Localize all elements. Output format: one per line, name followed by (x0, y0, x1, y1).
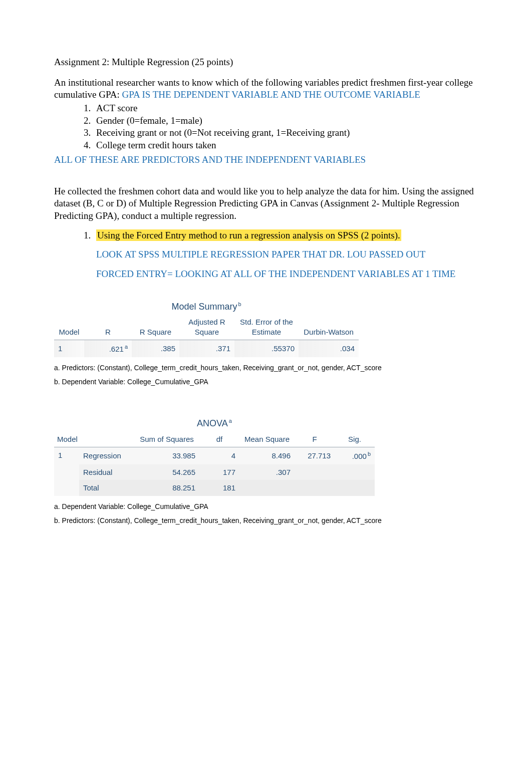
col-header: Adjusted R Square (179, 316, 234, 340)
cell-dw: .034 (299, 340, 359, 357)
step-note: LOOK AT SPSS MULTIPLE REGRESSION PAPER T… (96, 248, 478, 261)
list-item: Gender (0=female, 1=male) (93, 115, 478, 127)
cell-df: 4 (199, 447, 239, 464)
cell-df: 181 (199, 480, 239, 496)
cell-label: Total (79, 480, 134, 496)
cell-label: Residual (79, 464, 134, 480)
model-summary-block: Model Summaryb Model R R Square Adjusted… (54, 301, 478, 388)
col-header: Std. Error of the Estimate (234, 316, 299, 340)
col-header: Sig. (335, 433, 375, 447)
document-page: Assignment 2: Multiple Regression (25 po… (0, 0, 532, 556)
col-header-line: Estimate (252, 328, 281, 336)
predictors-note: ALL OF THESE ARE PREDICTORS AND THE INDE… (54, 154, 478, 166)
list-item: ACT score (93, 102, 478, 115)
cell-ms (239, 480, 295, 496)
col-header: Model (54, 316, 84, 340)
cell-r: .621a (84, 340, 132, 357)
cell-ss: 88.251 (134, 480, 199, 496)
cell-f (295, 464, 335, 480)
cell-ss: 33.985 (134, 447, 199, 464)
col-header: R (84, 316, 132, 340)
cell-model: 1 (54, 340, 84, 357)
cell-sig (335, 464, 375, 480)
cell-value: .621 (109, 345, 124, 353)
col-header: R Square (132, 316, 179, 340)
table-title-text: ANOVA (197, 418, 228, 428)
table-footnote: a. Predictors: (Constant), College_term_… (54, 362, 478, 373)
col-header: F (295, 433, 335, 447)
cell-sup: a (124, 344, 128, 350)
step-highlight: Using the Forced Entry method to run a r… (96, 229, 401, 241)
table-row: 1 Regression 33.985 4 8.496 27.713 .000b (54, 447, 375, 464)
step-item: Using the Forced Entry method to run a r… (93, 229, 478, 281)
cell-sig: .000b (335, 447, 375, 464)
cell-ss: 54.265 (134, 464, 199, 480)
cell-sup: b (367, 451, 371, 457)
intro-paragraph: An institutional researcher wants to kno… (54, 77, 478, 101)
predictor-list: ACT score Gender (0=female, 1=male) Rece… (54, 102, 478, 152)
cell-label: Regression (79, 447, 134, 464)
cell-rsq: .385 (132, 340, 179, 357)
assignment-title: Assignment 2: Multiple Regression (25 po… (54, 56, 478, 69)
cell-f: 27.713 (295, 447, 335, 464)
table-row: 1 .621a .385 .371 .55370 .034 (54, 340, 359, 357)
table-row: Residual 54.265 177 .307 (54, 464, 375, 480)
col-header: Durbin-Watson (299, 316, 359, 340)
cell-arsq: .371 (179, 340, 234, 357)
cell-model: 1 (54, 447, 79, 496)
model-summary-title: Model Summaryb (54, 301, 359, 313)
table-row: Total 88.251 181 (54, 480, 375, 496)
col-header-line: Std. Error of the (240, 318, 293, 326)
list-item: Receiving grant or not (0=Not receiving … (93, 127, 478, 139)
instructions-paragraph: He collected the freshmen cohort data an… (54, 185, 478, 222)
steps-list: Using the Forced Entry method to run a r… (54, 229, 478, 281)
cell-sig (335, 480, 375, 496)
col-header: Sum of Squares (134, 433, 199, 447)
table-footnote: a. Dependent Variable: College_Cumulativ… (54, 501, 478, 512)
table-title-text: Model Summary (171, 302, 237, 312)
dependent-variable-note: GPA IS THE DEPENDENT VARIABLE AND THE OU… (122, 89, 420, 100)
table-footnote: b. Dependent Variable: College_Cumulativ… (54, 376, 478, 387)
cell-ms: 8.496 (239, 447, 295, 464)
cell-ms: .307 (239, 464, 295, 480)
list-item: College term credit hours taken (93, 139, 478, 152)
anova-block: ANOVAa Model Sum of Squares df Mean Squa… (54, 417, 478, 526)
col-header: Mean Square (239, 433, 295, 447)
cell-value: .000 (352, 452, 367, 460)
table-title-sup: b (237, 301, 241, 307)
col-header-line: Square (195, 328, 219, 336)
table-footnote: b. Predictors: (Constant), College_term_… (54, 515, 478, 526)
col-header: df (199, 433, 239, 447)
col-header: Model (54, 433, 134, 447)
anova-title: ANOVAa (54, 417, 375, 429)
model-summary-table: Model R R Square Adjusted R Square Std. … (54, 316, 359, 357)
anova-table: Model Sum of Squares df Mean Square F Si… (54, 433, 375, 496)
step-note: FORCED ENTRY= LOOKING AT ALL OF THE INDE… (96, 268, 478, 281)
col-header-line: Adjusted R (188, 318, 225, 326)
cell-f (295, 480, 335, 496)
table-title-sup: a (228, 418, 232, 424)
cell-df: 177 (199, 464, 239, 480)
cell-se: .55370 (234, 340, 299, 357)
